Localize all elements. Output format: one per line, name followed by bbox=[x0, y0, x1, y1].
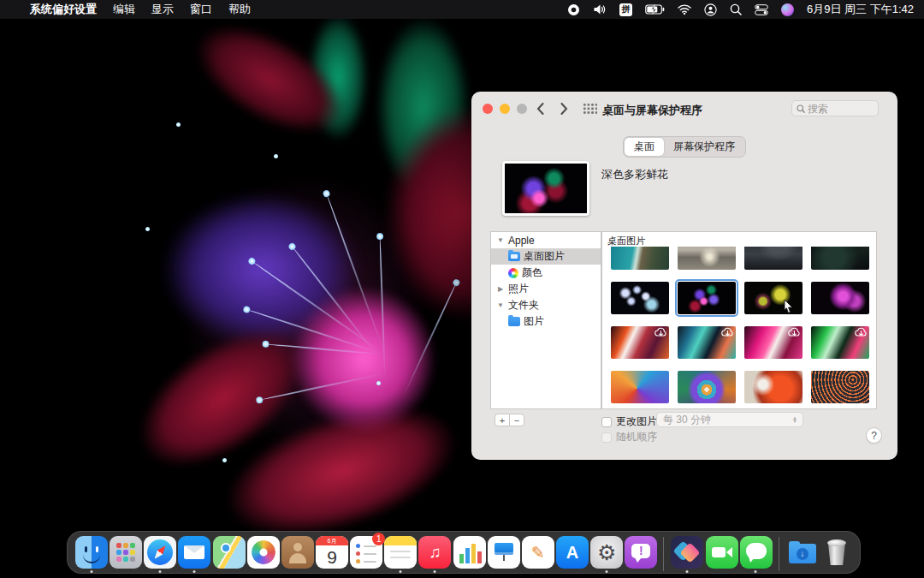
dock-contacts-icon[interactable] bbox=[281, 535, 314, 574]
disclosure-closed-icon[interactable]: ▶ bbox=[496, 285, 505, 293]
stepper-arrows-icon: ▲▼ bbox=[789, 414, 801, 426]
dock-system-preferences-icon[interactable]: ⚙ bbox=[589, 535, 623, 574]
forward-button[interactable] bbox=[554, 99, 574, 118]
interval-dropdown[interactable]: 每 30 分钟 ▲▼ bbox=[656, 412, 803, 427]
window-title: 桌面与屏幕保护程序 bbox=[602, 103, 702, 118]
wallpaper-thumbnail-burst[interactable] bbox=[678, 371, 736, 403]
color-wheel-icon bbox=[508, 268, 518, 278]
spotlight-icon[interactable] bbox=[730, 3, 742, 16]
wallpaper-thumbnail-waves[interactable] bbox=[811, 371, 869, 403]
search-input[interactable] bbox=[808, 103, 868, 115]
running-indicator bbox=[685, 570, 688, 573]
volume-icon[interactable] bbox=[593, 3, 607, 16]
show-all-grid-icon[interactable] bbox=[583, 103, 597, 114]
dock-pages-icon[interactable]: ✎ bbox=[521, 535, 554, 574]
running-indicator bbox=[755, 570, 757, 573]
disclosure-open-icon[interactable]: ▼ bbox=[496, 301, 505, 309]
add-folder-button[interactable]: + bbox=[495, 414, 510, 426]
folder-icon bbox=[508, 317, 520, 326]
wallpaper-thumbnail-yellowflowers[interactable] bbox=[744, 282, 803, 314]
minimize-button[interactable] bbox=[500, 104, 510, 114]
dock-separator bbox=[663, 537, 664, 571]
dock-notes-icon[interactable] bbox=[383, 535, 417, 574]
dock-launchpad-icon[interactable] bbox=[109, 535, 142, 574]
sidebar-group-photos[interactable]: ▶ 照片 bbox=[491, 281, 601, 297]
menu-help[interactable]: 帮助 bbox=[228, 2, 251, 17]
menu-edit[interactable]: 编辑 bbox=[113, 2, 135, 17]
wallpaper-thumbnail-darkflowers[interactable] bbox=[678, 282, 736, 314]
source-list: ▼ Apple 桌面图片 颜色 ▶ 照片 ▼ 文件夹 图片 bbox=[490, 231, 601, 409]
zoom-button[interactable] bbox=[517, 104, 527, 114]
menu-app-name[interactable]: 系统偏好设置 bbox=[30, 2, 97, 17]
dock-app-store-icon[interactable]: A bbox=[555, 535, 589, 574]
dock-messages-icon[interactable] bbox=[739, 535, 773, 574]
dock-numbers-icon[interactable] bbox=[453, 535, 486, 574]
wallpaper-thumbnail-beach[interactable] bbox=[611, 247, 669, 270]
wallpaper-thumbnail-island[interactable] bbox=[744, 247, 803, 270]
running-indicator bbox=[433, 570, 435, 573]
wallpaper-thumbnail-blob[interactable] bbox=[744, 371, 803, 403]
menu-bar-clock[interactable]: 6月9日 周三 下午1:42 bbox=[807, 2, 914, 17]
wifi-icon[interactable] bbox=[678, 3, 691, 16]
back-button[interactable] bbox=[530, 99, 550, 118]
dock-facetime-icon[interactable] bbox=[705, 535, 738, 574]
running-indicator bbox=[158, 570, 161, 573]
wallpaper-thumbnail-peak-orange[interactable] bbox=[611, 326, 669, 359]
wallpaper-thumbnail-peak-blue[interactable] bbox=[678, 326, 736, 359]
user-switch-icon[interactable] bbox=[704, 3, 717, 16]
sidebar-group-folders[interactable]: ▼ 文件夹 bbox=[491, 297, 601, 313]
control-center-icon[interactable] bbox=[755, 3, 768, 16]
dock-trash-icon[interactable] bbox=[820, 535, 853, 574]
system-preferences-window: 桌面与屏幕保护程序 桌面 屏幕保护程序 深色多彩鲜花 ▼ Apple 桌面图片 … bbox=[471, 92, 897, 460]
wallpaper-flower-art bbox=[94, 13, 522, 552]
help-button[interactable]: ? bbox=[866, 427, 882, 444]
menu-window[interactable]: 窗口 bbox=[190, 2, 212, 17]
siri-icon[interactable] bbox=[781, 3, 794, 16]
dock-downloads-folder-icon[interactable]: ↓ bbox=[785, 535, 819, 574]
remove-folder-button[interactable]: − bbox=[509, 414, 524, 426]
running-indicator bbox=[399, 570, 401, 573]
tab-desktop[interactable]: 桌面 bbox=[625, 138, 664, 156]
window-titlebar[interactable]: 桌面与屏幕保护程序 bbox=[471, 92, 897, 126]
dock-mail-icon[interactable] bbox=[177, 535, 210, 574]
wallpaper-thumbnail-peak-pink[interactable] bbox=[744, 326, 803, 359]
screen-recording-icon[interactable] bbox=[567, 3, 580, 16]
wallpaper-thumbnail-swirl[interactable] bbox=[611, 371, 669, 403]
sidebar-item-colors[interactable]: 颜色 bbox=[491, 265, 601, 281]
running-indicator bbox=[90, 570, 92, 573]
search-field[interactable] bbox=[791, 100, 879, 116]
current-wallpaper-name: 深色多彩鲜花 bbox=[601, 167, 668, 182]
sidebar-group-apple[interactable]: ▼ Apple bbox=[491, 232, 601, 248]
sidebar-item-pictures[interactable]: 图片 bbox=[491, 313, 601, 330]
wallpaper-thumbnail-whiteflowers[interactable] bbox=[611, 282, 669, 314]
change-picture-row: 更改图片: bbox=[601, 414, 660, 429]
change-picture-checkbox[interactable] bbox=[601, 417, 612, 427]
dock-safari-icon[interactable] bbox=[143, 535, 176, 574]
close-button[interactable] bbox=[483, 104, 493, 114]
random-order-checkbox[interactable] bbox=[601, 432, 612, 443]
sidebar-item-desktop-pictures[interactable]: 桌面图片 bbox=[491, 248, 601, 265]
wallpaper-thumbnail-overcast[interactable] bbox=[678, 247, 736, 270]
dock-maps-icon[interactable] bbox=[212, 535, 246, 574]
tab-screensaver[interactable]: 屏幕保护程序 bbox=[664, 138, 744, 156]
dock-shortcuts-icon[interactable] bbox=[670, 535, 703, 574]
wallpaper-grid: 桌面图片 bbox=[601, 231, 877, 409]
wallpaper-grid-header: 桌面图片 bbox=[607, 235, 645, 247]
battery-charging-icon[interactable] bbox=[645, 3, 665, 16]
dock-music-icon[interactable]: ♫ bbox=[418, 535, 451, 574]
dock-feedback-assistant-icon[interactable]: ! bbox=[624, 535, 657, 574]
wallpaper-thumbnail-storm[interactable] bbox=[811, 247, 869, 270]
disclosure-open-icon[interactable]: ▼ bbox=[496, 236, 505, 244]
dock-separator bbox=[779, 537, 779, 571]
pinyin-input-icon[interactable]: 拼 bbox=[619, 3, 632, 16]
download-cloud-icon bbox=[788, 327, 801, 337]
dock-reminders-icon[interactable]: 1 bbox=[349, 535, 382, 574]
wallpaper-thumbnail-purpleflowers[interactable] bbox=[811, 282, 869, 314]
wallpaper-thumbnail-peak-green[interactable] bbox=[811, 326, 869, 359]
menu-view[interactable]: 显示 bbox=[151, 2, 174, 17]
dock-finder-icon[interactable] bbox=[74, 535, 108, 574]
current-wallpaper-preview bbox=[502, 161, 589, 216]
dock-calendar-icon[interactable]: 6月9 bbox=[315, 535, 348, 574]
dock-keynote-icon[interactable] bbox=[487, 535, 520, 574]
dock-photos-icon[interactable] bbox=[246, 535, 280, 574]
